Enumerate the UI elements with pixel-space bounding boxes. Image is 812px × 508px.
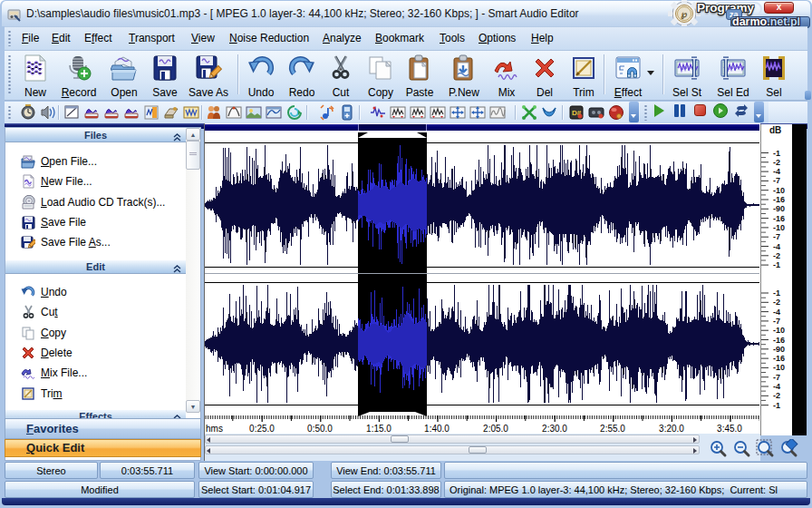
svg-text:dB: dB <box>769 125 781 135</box>
svg-text:-7: -7 <box>773 317 780 326</box>
svg-text:-1: -1 <box>773 401 780 410</box>
svg-text:-4: -4 <box>773 167 780 176</box>
svg-text:℘: ℘ <box>682 9 688 20</box>
svg-text:-16: -16 <box>773 354 785 363</box>
svg-text:-16: -16 <box>773 336 785 345</box>
svg-text:-2: -2 <box>773 158 780 167</box>
svg-text:-10: -10 <box>773 363 785 372</box>
svg-text:-2: -2 <box>773 391 780 400</box>
svg-text:-2: -2 <box>773 251 780 260</box>
svg-text:-90: -90 <box>773 345 785 354</box>
svg-text:-16: -16 <box>773 214 785 223</box>
svg-text:-4: -4 <box>773 242 780 251</box>
svg-text:-7: -7 <box>773 176 780 185</box>
svg-text:-4: -4 <box>773 382 780 391</box>
svg-text:-4: -4 <box>773 308 780 317</box>
svg-text:-1: -1 <box>773 149 780 158</box>
svg-text:-10: -10 <box>773 326 785 335</box>
svg-text:-90: -90 <box>773 204 785 213</box>
svg-text:-10: -10 <box>773 186 785 195</box>
svg-text:-1: -1 <box>773 260 780 269</box>
svg-text:-1: -1 <box>773 288 780 298</box>
svg-text:-10: -10 <box>773 223 785 232</box>
svg-text:-2: -2 <box>773 298 780 307</box>
svg-text:-16: -16 <box>773 195 785 204</box>
svg-text:-7: -7 <box>773 373 780 382</box>
svg-text:-7: -7 <box>773 232 780 241</box>
